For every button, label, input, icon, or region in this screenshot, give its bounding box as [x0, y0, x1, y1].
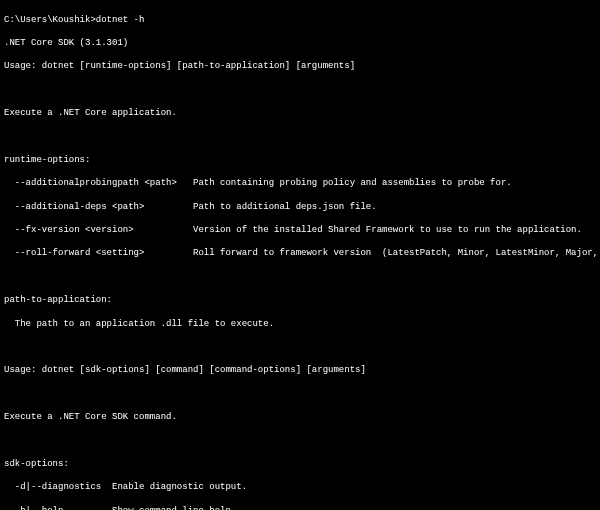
rt-additional-deps: --additional-deps <path> Path to additio… [4, 202, 596, 214]
sdk-options-header: sdk-options: [4, 459, 596, 471]
runtime-options-header: runtime-options: [4, 155, 596, 167]
rt-additionalprobingpath: --additionalprobingpath <path> Path cont… [4, 178, 596, 190]
rt-fx-version: --fx-version <version> Version of the in… [4, 225, 596, 237]
blank [4, 85, 596, 97]
prompt-line: C:\Users\Koushik>dotnet -h [4, 15, 596, 27]
usage-sdk: Usage: dotnet [sdk-options] [command] [c… [4, 365, 596, 377]
blank [4, 132, 596, 144]
sdk-header: .NET Core SDK (3.1.301) [4, 38, 596, 50]
blank [4, 435, 596, 447]
rt-roll-forward: --roll-forward <setting> Roll forward to… [4, 248, 596, 260]
blank [4, 272, 596, 284]
blank [4, 342, 596, 354]
so-help: -h|--help Show command line help. [4, 506, 596, 510]
so-diagnostics: -d|--diagnostics Enable diagnostic outpu… [4, 482, 596, 494]
desc-exec-app: Execute a .NET Core application. [4, 108, 596, 120]
usage-runtime: Usage: dotnet [runtime-options] [path-to… [4, 61, 596, 73]
blank [4, 389, 596, 401]
desc-exec-sdk: Execute a .NET Core SDK command. [4, 412, 596, 424]
path-to-app-desc: The path to an application .dll file to … [4, 319, 596, 331]
path-to-app-header: path-to-application: [4, 295, 596, 307]
terminal-output[interactable]: C:\Users\Koushik>dotnet -h .NET Core SDK… [0, 0, 600, 510]
